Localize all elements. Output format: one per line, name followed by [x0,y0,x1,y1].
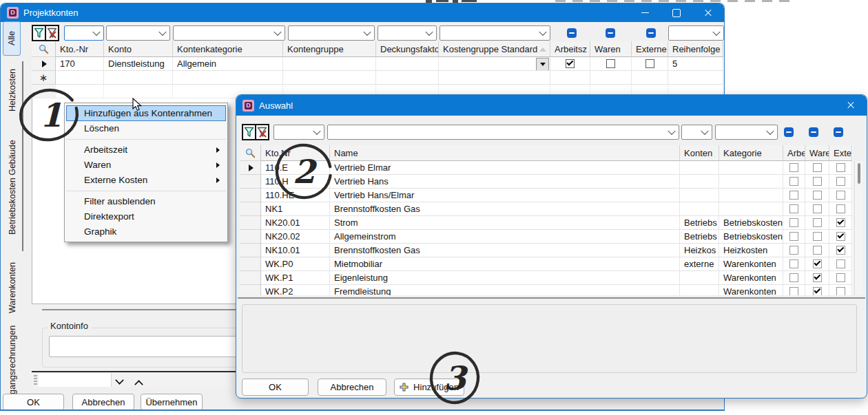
chevron-up-icon[interactable] [135,378,143,385]
table-cell[interactable] [680,202,719,216]
column-filter-toggle[interactable] [606,28,615,38]
sidebar-splitter[interactable] [22,61,23,251]
table-cell[interactable] [829,271,852,285]
vertical-scrollbar[interactable] [854,161,863,295]
context-menu-item[interactable]: Direktexport [66,209,226,224]
table-cell[interactable] [376,71,439,85]
table-row[interactable]: 110.EVertrieb Elmar [240,161,852,175]
table-cell[interactable]: Vertrieb Elmar [330,161,680,175]
table-row[interactable]: NK20.02AllgemeinstromBetriebsBetriebskos… [240,230,852,244]
column-header[interactable]: Kontenkategorie [173,41,283,57]
table-cell[interactable] [805,230,829,244]
table-cell[interactable]: Betriebskosten [719,230,783,244]
sidebar-tab[interactable]: Warenkonten [4,257,20,318]
checkbox[interactable] [645,59,654,68]
table-cell[interactable] [783,244,805,257]
checkbox[interactable] [836,273,845,282]
table-cell[interactable] [783,230,805,244]
table-cell[interactable]: Warenkonten [719,285,783,295]
table-row[interactable]: 110.HVertrieb Hans [240,175,852,189]
table-row[interactable]: 110.HEVertrieb Hans/Elmar [240,189,852,202]
checkbox[interactable] [836,177,845,186]
filter-dropdown[interactable] [668,25,724,41]
table-cell[interactable]: Allgemeinstrom [330,230,680,244]
table-cell[interactable] [783,257,805,271]
column-header[interactable]: Externe [632,41,668,57]
table-cell[interactable]: Betriebs [680,216,719,230]
table-cell[interactable]: WK.P1 [261,271,330,285]
column-header[interactable]: Kontengruppe [283,41,376,57]
close-button[interactable] [692,3,724,22]
checkbox[interactable] [836,246,845,255]
table-cell[interactable]: 170 [56,57,104,71]
table-row[interactable]: NK1Brennstoffkosten Gas [240,202,852,216]
column-header[interactable]: Reihenfolge [668,41,723,57]
table-cell[interactable]: Betriebskosten [719,216,783,230]
close-button[interactable] [835,95,867,116]
table-cell[interactable] [783,216,805,230]
table-cell[interactable] [805,285,829,295]
table-cell[interactable] [783,161,805,175]
checkbox[interactable] [789,287,798,295]
checkbox[interactable] [813,163,822,172]
sidebar-tab[interactable]: Alle [3,21,21,56]
context-menu-item[interactable]: Hinzufügen aus Kontenrahmen [66,105,226,121]
table-cell[interactable] [805,216,829,230]
column-header[interactable]: Arbeitsz [550,41,590,57]
column-header[interactable]: Deckungsfakto [376,41,439,57]
table-cell[interactable] [805,202,829,216]
table-cell[interactable]: 5 [668,57,723,71]
table-cell[interactable]: WK.P2 [261,285,330,295]
table-cell[interactable] [805,175,829,189]
column-header[interactable]: Kostengruppe Standard [439,41,550,57]
table-cell[interactable] [56,71,104,85]
table-row[interactable]: WK.P2FremdleistungWarenkonten [240,285,852,295]
table-cell[interactable]: Warenkonten [719,257,783,271]
table-cell[interactable]: NK1 [261,202,330,216]
kontoinfo-input[interactable] [49,336,242,357]
minimize-button[interactable] [629,3,661,22]
context-menu-item[interactable]: Arbeitszeit [66,142,226,158]
filter-dropdown[interactable] [64,25,104,41]
table-cell[interactable] [668,71,723,85]
table-cell[interactable] [719,202,783,216]
column-header[interactable]: Ware [805,145,829,161]
checkbox[interactable] [813,232,822,241]
table-cell[interactable] [829,161,852,175]
cancel-button[interactable]: Abbrechen [318,379,386,396]
apply-button[interactable]: Übernehmen [141,394,203,411]
ok-button[interactable]: OK [3,394,64,411]
checkbox[interactable] [813,191,822,200]
table-cell[interactable] [590,57,632,71]
table-row[interactable]: ∗ [32,71,723,85]
filter-apply-button[interactable] [242,124,256,140]
table-cell[interactable] [283,57,376,71]
checkbox[interactable] [813,218,822,227]
table-cell[interactable] [829,202,852,216]
table-cell[interactable]: Strom [330,216,680,230]
checkbox[interactable] [836,287,845,295]
checkbox[interactable] [813,287,822,295]
table-cell[interactable] [439,57,550,71]
table-cell[interactable] [829,230,852,244]
column-filter-toggle[interactable] [834,127,843,137]
filter-dropdown[interactable] [715,125,778,140]
column-header[interactable]: Name [330,145,680,161]
table-cell[interactable]: NK20.02 [261,230,330,244]
maximize-button[interactable] [661,3,692,22]
table-cell[interactable]: externe [680,257,719,271]
context-menu-item[interactable]: Waren [66,158,226,173]
sidebar-tab[interactable]: Betriebskosten Gebäude [4,126,20,248]
column-header[interactable]: Kto.Nr [261,145,330,161]
table-row[interactable]: NK10.01Brennstoffkosten GasHeizkosHeizko… [240,244,852,257]
table-cell[interactable]: Warenkonten [719,271,783,285]
horizontal-splitter[interactable] [42,309,236,310]
checkbox[interactable] [789,246,798,255]
drag-grip[interactable] [34,375,37,385]
table-cell[interactable] [173,71,283,85]
context-menu-item[interactable]: Graphik [66,224,226,240]
column-header[interactable]: Kategorie [719,145,783,161]
chevron-down-icon[interactable] [116,378,123,385]
table-cell[interactable] [805,244,829,257]
checkbox[interactable] [789,273,798,282]
